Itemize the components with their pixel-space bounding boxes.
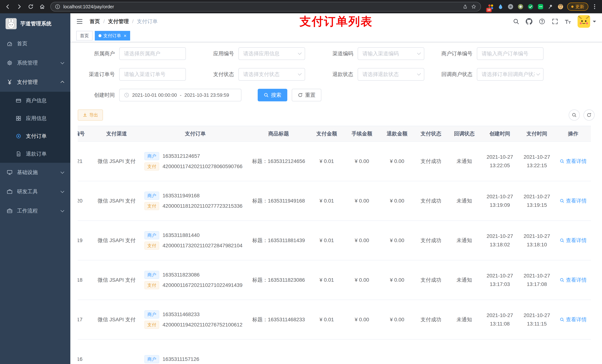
share-icon[interactable]: [462, 4, 468, 10]
extension-check-icon[interactable]: [527, 3, 534, 10]
github-icon[interactable]: [526, 18, 532, 25]
fullscreen-icon[interactable]: [552, 18, 558, 25]
extension-pin-icon[interactable]: [547, 3, 554, 10]
export-button[interactable]: 导出: [78, 110, 103, 121]
date-range-picker[interactable]: 2021-10-01 00:00:00 - 2021-10-31 23:59:5…: [119, 89, 241, 101]
browser-home-icon[interactable]: [39, 3, 45, 10]
merchant-input[interactable]: [124, 51, 182, 57]
magnifier-icon: [559, 317, 564, 322]
help-icon[interactable]: [539, 18, 545, 25]
export-button-label: 导出: [89, 112, 98, 118]
view-detail-link[interactable]: 查看详情: [559, 277, 587, 283]
sidebar-item-workflow[interactable]: 工作流程: [0, 201, 70, 220]
notify-status-input[interactable]: [482, 71, 535, 77]
browser-menu-icon[interactable]: [592, 4, 598, 10]
tab-pay-order[interactable]: 支付订单 ×: [95, 31, 130, 41]
address-bar[interactable]: localhost:1024/pay/order: [50, 2, 481, 11]
reset-button[interactable]: 重置: [292, 89, 321, 101]
channel-code-select[interactable]: [358, 47, 424, 60]
view-detail-link[interactable]: 查看详情: [559, 237, 587, 244]
breadcrumb-home[interactable]: 首页: [90, 18, 100, 25]
browser-update-button[interactable]: 更新: [567, 3, 588, 11]
app-logo[interactable]: 芋道管理系统: [0, 13, 70, 34]
toggle-search-button[interactable]: [569, 110, 580, 121]
sidebar-item-system[interactable]: 系统管理: [0, 53, 70, 73]
browser-back-icon[interactable]: [4, 3, 11, 10]
channel-code-input[interactable]: [363, 51, 416, 57]
sidebar-item-payment[interactable]: 支付管理: [0, 73, 70, 92]
view-detail-link[interactable]: 查看详情: [559, 197, 587, 204]
extension-colordots-icon[interactable]: 10: [487, 3, 494, 10]
view-detail-link[interactable]: 查看详情: [559, 158, 587, 165]
channel-order-no-input[interactable]: [124, 71, 182, 77]
cell-pay-time: 2021-10-27 13:19:15: [518, 181, 555, 221]
cell-status: [415, 339, 447, 364]
url-text[interactable]: localhost:1024/pay/order: [63, 4, 460, 10]
cell-refund: ¥ 0.00: [379, 260, 415, 300]
close-icon[interactable]: ×: [124, 33, 127, 38]
view-detail-link[interactable]: 查看详情: [559, 316, 587, 323]
merchant-tag: 商户: [144, 310, 159, 319]
refresh-table-button[interactable]: [583, 110, 595, 121]
magnifier-icon: [559, 198, 564, 203]
filter-label: 渠道订单号: [78, 71, 119, 78]
cell-status: 支付成功: [415, 181, 447, 221]
pay-order-line: 支付 4200001167202110271022491439: [144, 281, 246, 289]
sidebar-item-infra[interactable]: 基础设施: [0, 163, 70, 182]
col-notify: 回调状态: [447, 126, 481, 142]
site-info-icon[interactable]: [55, 4, 60, 10]
search-button[interactable]: 搜索: [258, 89, 287, 101]
cell-status: 支付成功: [415, 142, 447, 181]
cell-channel: 微信 JSAPI 支付: [91, 142, 142, 181]
extension-drop-icon[interactable]: [497, 3, 504, 10]
extensions-area: 10 更新: [487, 3, 598, 11]
cell-pay-time: 2021-10-27 13:11:15: [518, 300, 555, 339]
font-size-icon[interactable]: [565, 18, 571, 25]
merchant-order-no-input[interactable]: [482, 51, 539, 57]
app-id-select[interactable]: [238, 47, 305, 60]
pay-status-input[interactable]: [243, 71, 296, 77]
cell-fee: ¥ 0.00: [344, 221, 379, 260]
bookmark-star-icon[interactable]: [471, 4, 476, 10]
browser-reload-icon[interactable]: [27, 3, 34, 10]
app-frame: 芋道管理系统 首页 系统管理 支付管理: [0, 13, 602, 364]
notify-status-select[interactable]: [477, 68, 544, 81]
user-menu[interactable]: [578, 15, 596, 28]
chevron-down-icon: [61, 189, 64, 193]
extension-badge: 10: [486, 8, 492, 12]
sidebar-item-home[interactable]: 首页: [0, 34, 70, 53]
pay-order-line: 支付 4200001181202110277723215336: [144, 202, 246, 210]
extension-gray-icon[interactable]: [507, 3, 514, 10]
sidebar-item-app-info[interactable]: 应用信息: [0, 110, 70, 127]
breadcrumb-section[interactable]: 支付管理: [108, 18, 129, 25]
pay-status-select[interactable]: [238, 68, 305, 81]
sidebar-item-refund-order[interactable]: 退款订单: [0, 145, 70, 163]
refund-status-input[interactable]: [363, 71, 416, 77]
refund-status-select[interactable]: [358, 68, 424, 81]
extension-olive-icon[interactable]: [517, 3, 524, 10]
col-order: 支付订单: [142, 126, 248, 142]
menu-fold-icon[interactable]: [76, 18, 83, 25]
sidebar-item-pay-order[interactable]: 支付订单: [0, 127, 70, 145]
cell-amount: ¥ 0.01: [309, 142, 344, 181]
cell-notify: 未通知: [447, 221, 481, 260]
breadcrumb-separator: /: [103, 19, 105, 24]
sidebar-item-devtools[interactable]: 研发工具: [0, 182, 70, 201]
cell-notify: 未通知: [447, 260, 481, 300]
search-button-label: 搜索: [271, 92, 281, 99]
extension-chat-icon[interactable]: [537, 3, 544, 10]
browser-forward-icon[interactable]: [16, 3, 22, 10]
cell-title: [248, 339, 309, 364]
profile-memoji-icon[interactable]: [557, 3, 564, 10]
search-icon[interactable]: [513, 18, 519, 25]
cell-id: 20: [78, 181, 91, 221]
tab-home[interactable]: 首页: [76, 31, 93, 41]
cell-order: 商户 1635311881440 支付 42000011732021102728…: [142, 221, 248, 260]
sidebar-item-merchant-info[interactable]: 商户信息: [0, 92, 70, 110]
sidebar: 芋道管理系统 首页 系统管理 支付管理: [0, 13, 70, 364]
filter-merchant: 所属商户: [78, 47, 186, 60]
cell-refund: ¥ 0.00: [379, 221, 415, 260]
app-id-input[interactable]: [243, 51, 296, 57]
search-icon: [264, 93, 269, 98]
filter-row-2: 渠道订单号 支付状态 退款状态: [78, 68, 595, 81]
